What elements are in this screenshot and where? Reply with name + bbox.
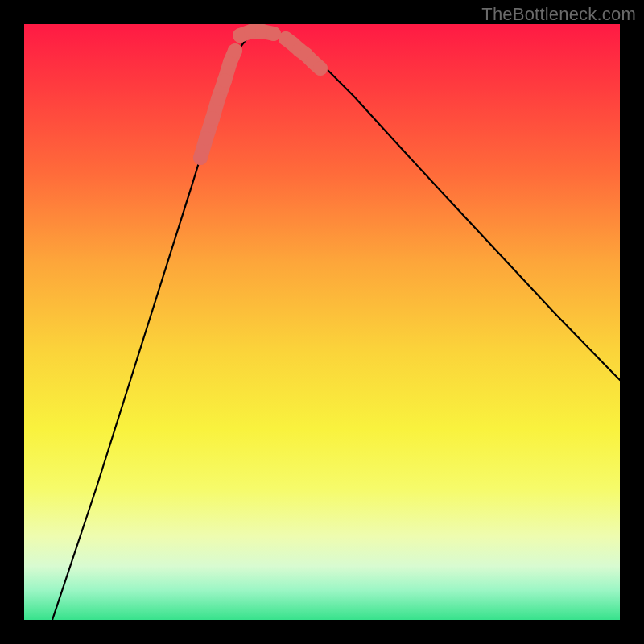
bottleneck-curve <box>52 32 620 620</box>
marker-dot <box>205 111 220 126</box>
plot-area <box>24 24 620 620</box>
marker-dot <box>217 73 232 88</box>
marker-dot <box>313 61 328 76</box>
marker-dot <box>211 92 225 106</box>
marker-dot <box>228 43 242 58</box>
marker-dot <box>193 151 208 165</box>
chart-frame: TheBottleneck.com <box>0 0 644 644</box>
marker-dot <box>199 131 213 146</box>
watermark-text: TheBottleneck.com <box>481 4 636 25</box>
curve-path <box>52 32 620 620</box>
optimal-range-markers <box>193 24 328 165</box>
chart-svg <box>24 24 620 620</box>
